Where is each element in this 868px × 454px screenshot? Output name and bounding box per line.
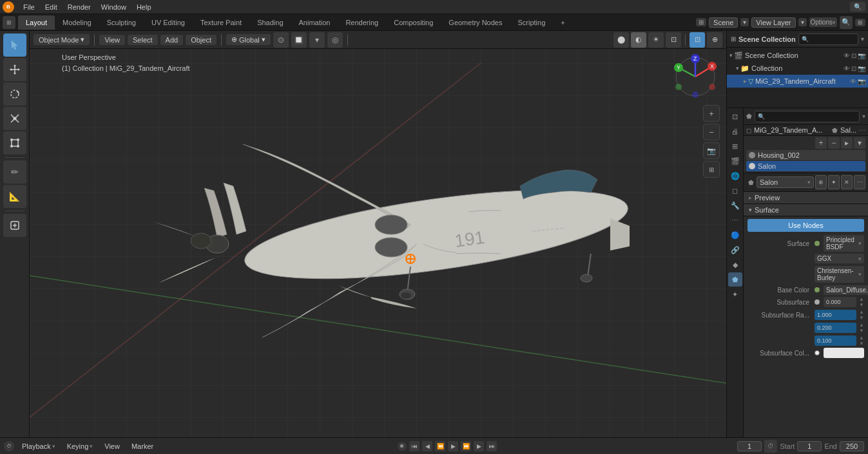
playback-btn[interactable]: Playback ▾ [18,441,59,451]
coll-render-icon[interactable]: 📷 [858,65,865,72]
scene-dropdown[interactable]: ▾ [740,18,749,26]
search-icon[interactable]: 🔍 [850,2,865,12]
ssr3-up-arrow[interactable]: ▲ [859,335,864,341]
viewport[interactable]: Object Mode ▾ View Select Add Object ⊕ G… [30,31,726,437]
viewport-shading-solid[interactable]: ⬤ [613,32,629,48]
ssr3-down-arrow[interactable]: ▼ [859,341,864,346]
base-color-value[interactable]: Salon_Diffuse.png [824,285,868,295]
scale-tool[interactable] [3,107,26,130]
snap-options[interactable]: ▾ [309,32,325,48]
menu-file[interactable]: File [18,2,40,12]
move-tool[interactable] [3,58,26,81]
subsurface-down-arrow[interactable]: ▼ [859,302,864,308]
search-workspaces[interactable]: 🔍 [840,16,853,29]
aircraft-vis-icon[interactable]: 👁 [850,78,856,85]
gizmo-toggle[interactable]: ⊕ [707,32,722,48]
view-layer-dropdown[interactable]: ▾ [798,18,807,26]
prop-scene-tab[interactable]: 🎬 [728,154,742,168]
prev-frame-btn[interactable]: ◀ [422,441,432,451]
filter-workspaces[interactable]: ⊞ [855,19,865,26]
ssr1-up-arrow[interactable]: ▲ [859,309,864,315]
outliner-filter-btn[interactable]: ▾ [861,35,864,43]
zoom-in-btn[interactable]: + [703,105,720,122]
prop-viewlayer-tab[interactable]: ⊞ [728,139,742,153]
viewport-shading-material[interactable]: ◐ [631,32,646,48]
tab-shading[interactable]: Shading [249,15,291,30]
tab-add[interactable]: + [553,15,572,30]
ssr1-down-arrow[interactable]: ▼ [859,315,864,321]
scene-selector[interactable]: Scene [709,17,738,28]
tab-animation[interactable]: Animation [291,15,338,30]
overlay-toggle[interactable]: ⊡ [690,32,705,48]
props-filter-icon[interactable]: ▾ [862,113,865,120]
material-selector-dropdown[interactable]: Salon ▾ [757,176,814,188]
ssr2-up-arrow[interactable]: ▲ [859,322,864,328]
next-frame-btn[interactable]: ▶ [474,441,484,451]
add-object-tool[interactable] [3,214,26,237]
tab-modeling[interactable]: Modeling [55,15,99,30]
tab-rendering[interactable]: Rendering [338,15,386,30]
prop-shaderfx-tab[interactable]: ✦ [728,287,742,301]
coll-viewport-icon[interactable]: ⊡ [851,65,856,72]
workspace-icon[interactable]: ⊞ [3,16,15,29]
material-slot-salon[interactable]: Salon [746,161,865,171]
proportional-editing-btn[interactable]: ◎ [327,32,343,48]
prop-world-tab[interactable]: 🌐 [728,169,742,183]
principled-bsdf-btn[interactable]: Principled BSDF ▾ [824,235,864,252]
preview-section-header[interactable]: ▸ Preview [744,192,868,204]
tree-scene-collection[interactable]: ▾ 🎬 Scene Collection 👁 ⊡ 📷 [727,49,868,62]
subsurface-radius-slider-1[interactable]: 1.000 [815,310,856,320]
toggle-view-btn[interactable]: ⊞ [703,161,720,178]
annotate-tool[interactable]: ✏ [3,160,26,184]
end-frame-input[interactable] [840,441,864,451]
step-back-btn[interactable]: ⏪ [435,441,445,451]
ssr2-down-arrow[interactable]: ▼ [859,328,864,334]
keying-btn[interactable]: Keying ▾ [63,441,97,451]
navigation-gizmo[interactable]: X Y Z [672,53,719,100]
record-btn[interactable]: ⏺ [398,442,407,451]
menu-edit[interactable]: Edit [40,2,63,12]
ggx-dropdown[interactable]: GGX ▾ [815,254,864,263]
menu-window[interactable]: Window [96,2,131,12]
christensen-dropdown[interactable]: Christensen-Burley ▾ [815,266,864,283]
select-menu-btn[interactable]: Select [128,35,158,45]
pivot-btn[interactable]: ⊙ [273,32,289,48]
viewport-shading-wireframe[interactable]: ⊡ [666,32,681,48]
prop-modifier-tab[interactable]: 🔧 [728,198,742,213]
prop-constraints-tab[interactable]: 🔗 [728,243,742,257]
material-slot-arrow-up[interactable]: ▸ [841,137,853,149]
tab-uv-editing[interactable]: UV Editing [144,15,193,30]
jump-to-end-btn[interactable]: ⏭ [487,441,497,451]
transform-space-btn[interactable]: ⊕ Global ▾ [226,34,271,45]
play-btn[interactable]: ▶ [448,441,458,451]
tab-scripting[interactable]: Scripting [510,15,553,30]
unlink-material-btn[interactable]: ✕ [841,175,853,189]
use-nodes-btn[interactable]: Use Nodes [747,219,864,232]
material-options-btn[interactable]: ⋯ [854,175,865,189]
menu-render[interactable]: Render [63,2,96,12]
cursor-tool[interactable] [3,33,26,57]
viewport-shading-rendered[interactable]: ☀ [648,32,664,48]
transform-tool[interactable] [3,131,26,155]
start-frame-input[interactable] [797,441,822,451]
copy-material-btn[interactable]: ⊕ [815,175,827,189]
prop-material-tab[interactable]: ⬟ [728,272,742,287]
jump-to-start-btn[interactable]: ⏮ [409,441,420,451]
tab-geometry-nodes[interactable]: Geometry Nodes [441,15,510,30]
tab-layout[interactable]: Layout [18,15,55,30]
props-search[interactable]: 🔍 [755,111,860,122]
tab-compositing[interactable]: Compositing [386,15,441,30]
measure-tool[interactable]: 📐 [3,185,26,208]
outliner-search[interactable]: 🔍 [798,33,858,45]
prop-object-tab[interactable]: ◻ [728,184,742,198]
scene-viewport-icon[interactable]: ⊡ [851,52,856,59]
add-material-slot-btn[interactable]: + [815,137,827,149]
zoom-out-btn[interactable]: − [703,124,720,140]
subsurface-radius-slider-3[interactable]: 0.100 [815,336,856,346]
subsurface-radius-slider-2[interactable]: 0.200 [815,323,856,333]
view-camera-btn[interactable]: 📷 [703,142,720,159]
subsurface-slider[interactable]: 0.000 [824,297,856,307]
current-frame-input[interactable] [737,441,762,451]
object-menu-btn[interactable]: Object [186,35,217,45]
scene-vis-icon[interactable]: 👁 [844,52,850,59]
